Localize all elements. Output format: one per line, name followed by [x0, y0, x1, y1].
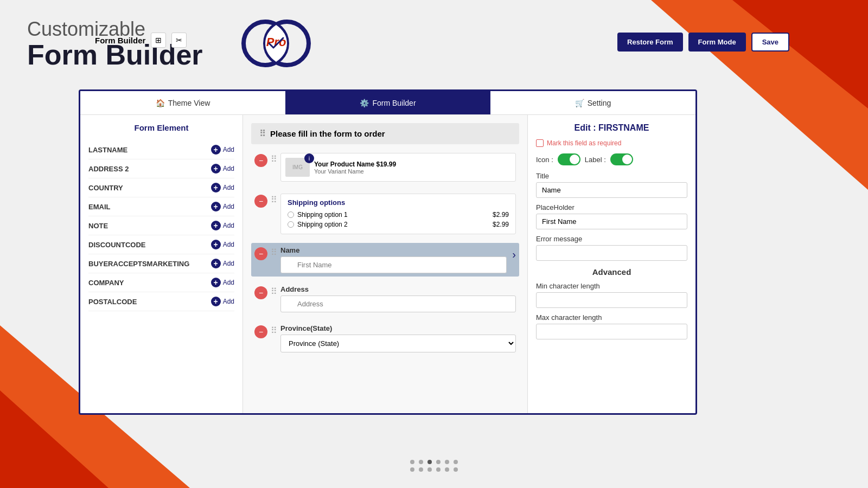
add-circle-icon-1: +: [211, 164, 221, 174]
min-char-input[interactable]: [536, 292, 687, 308]
dots-row-1: [410, 460, 458, 464]
add-element-button-1[interactable]: + Add: [211, 164, 234, 174]
element-name-6: BUYERACCEPTSMARKETING: [88, 260, 189, 268]
add-circle-icon-7: +: [211, 278, 221, 287]
form-mode-button[interactable]: Form Mode: [688, 33, 746, 52]
shipping-radio-2[interactable]: [288, 221, 294, 228]
title-field-input[interactable]: [536, 182, 687, 198]
form-header: ⠿ Please fill in the form to order: [251, 123, 519, 144]
element-name-0: LASTNAME: [88, 146, 127, 154]
advanced-title: Advanced: [536, 267, 687, 277]
error-field-group: Error message: [536, 235, 687, 261]
address-field-label: Address: [280, 285, 516, 293]
form-element-item: EMAIL + Add: [88, 197, 234, 216]
scissors-icon-button[interactable]: ✂: [171, 33, 187, 48]
add-circle-icon-2: +: [211, 183, 221, 192]
max-char-input[interactable]: [536, 324, 687, 339]
province-field-area: Province(State) Province (State): [280, 324, 516, 352]
add-circle-icon-8: +: [211, 297, 221, 306]
add-element-button-5[interactable]: + Add: [211, 240, 234, 249]
delete-name-button[interactable]: −: [254, 247, 267, 260]
add-element-button-4[interactable]: + Add: [211, 221, 234, 230]
tab-form-builder[interactable]: ⚙️ Form Builder: [285, 91, 490, 114]
element-name-7: COMPANY: [88, 279, 124, 287]
required-checkbox[interactable]: [536, 139, 544, 147]
dot-1-5[interactable]: [445, 460, 449, 464]
right-panel: Edit : FIRSTNAME Mark this field as requ…: [527, 115, 695, 413]
dot-1-1[interactable]: [410, 460, 414, 464]
add-element-button-3[interactable]: + Add: [211, 202, 234, 211]
panel-title: Form Element: [88, 123, 234, 132]
logo-svg: Pro: [235, 16, 317, 70]
icon-toggle[interactable]: [558, 153, 580, 165]
name-field-row: − ⠿ Name 👤 ›: [251, 243, 519, 277]
add-element-button-8[interactable]: + Add: [211, 297, 234, 306]
main-container: 🏠 Theme View ⚙️ Form Builder 🛒 Setting F…: [79, 89, 697, 415]
province-drag-handle: ⠿: [271, 325, 277, 336]
form-header-drag: ⠿: [259, 129, 266, 139]
element-name-2: COUNTRY: [88, 184, 123, 192]
address-field-area: Address 📍: [280, 285, 516, 312]
error-field-input[interactable]: [536, 245, 687, 261]
grid-icon-button[interactable]: ⊞: [151, 33, 166, 48]
shipping-price-2: $2.99: [493, 221, 509, 228]
tab-theme-view[interactable]: 🏠 Theme View: [80, 91, 285, 114]
dot-1-3[interactable]: [427, 460, 432, 464]
placeholder-field-input[interactable]: [536, 214, 687, 229]
product-display: IMG i Your Product Name $19.99 Your Vari…: [280, 153, 516, 182]
label-label: Label :: [585, 156, 606, 164]
shipping-drag-handle: ⠿: [271, 195, 277, 205]
element-name-3: EMAIL: [88, 203, 110, 211]
save-button[interactable]: Save: [751, 33, 789, 52]
form-element-item: ADDRESS 2 + Add: [88, 159, 234, 178]
shipping-radio-1[interactable]: [288, 211, 294, 218]
address-input-wrapper: 📍: [280, 296, 516, 312]
label-toggle[interactable]: [610, 153, 633, 165]
delete-province-button[interactable]: −: [254, 325, 267, 338]
arrow-right-icon: ›: [512, 248, 516, 261]
add-element-button-6[interactable]: + Add: [211, 259, 234, 268]
shipping-option-1: Shipping option 1 $2.99: [288, 210, 509, 220]
icon-label: Icon :: [536, 156, 553, 164]
add-element-button-7[interactable]: + Add: [211, 278, 234, 287]
address-input[interactable]: [280, 296, 516, 312]
restore-form-button[interactable]: Restore Form: [617, 33, 683, 52]
home-icon: 🏠: [156, 99, 165, 107]
dot-1-2[interactable]: [419, 460, 423, 464]
name-field-area: Name 👤: [280, 246, 507, 273]
dot-2-4[interactable]: [436, 467, 441, 472]
address-field-row: − ⠿ Address 📍: [251, 282, 519, 316]
province-field-row: − ⠿ Province(State) Province (State): [251, 321, 519, 356]
form-element-item: BUYERACCEPTSMARKETING + Add: [88, 254, 234, 273]
dot-1-6[interactable]: [454, 460, 458, 464]
tab-setting[interactable]: 🛒 Setting: [490, 91, 695, 114]
name-input[interactable]: [280, 256, 507, 273]
delete-shipping-button[interactable]: −: [254, 195, 267, 208]
element-name-1: ADDRESS 2: [88, 165, 129, 173]
toolbar-label: Form Builder: [95, 36, 145, 45]
pagination-dots: [410, 460, 458, 472]
dot-2-3[interactable]: [427, 467, 432, 472]
dot-2-5[interactable]: [445, 467, 449, 472]
form-header-text: Please fill in the form to order: [270, 129, 385, 138]
max-char-field-group: Max character length: [536, 313, 687, 339]
add-circle-icon-0: +: [211, 145, 221, 155]
gear-icon: ⚙️: [360, 99, 369, 107]
form-elements-list: LASTNAME + Add ADDRESS 2 + Add COUNTRY +…: [88, 140, 234, 311]
icon-toggle-row: Icon : Label :: [536, 153, 687, 165]
middle-panel: ⠿ Please fill in the form to order − ⠿ I…: [243, 115, 527, 413]
dot-2-2[interactable]: [419, 467, 423, 472]
form-element-item: LASTNAME + Add: [88, 140, 234, 159]
add-element-button-0[interactable]: + Add: [211, 145, 234, 155]
province-select[interactable]: Province (State): [280, 335, 516, 352]
name-drag-handle: ⠿: [271, 247, 277, 258]
add-element-button-2[interactable]: + Add: [211, 183, 234, 192]
product-variant: Your Variant Name: [314, 168, 511, 175]
delete-address-button[interactable]: −: [254, 286, 267, 299]
dot-2-6[interactable]: [454, 467, 458, 472]
element-name-4: NOTE: [88, 222, 108, 230]
delete-product-button[interactable]: −: [254, 154, 267, 167]
dot-2-1[interactable]: [410, 467, 414, 472]
dot-1-4[interactable]: [436, 460, 441, 464]
edit-title: Edit : FIRSTNAME: [536, 123, 687, 133]
